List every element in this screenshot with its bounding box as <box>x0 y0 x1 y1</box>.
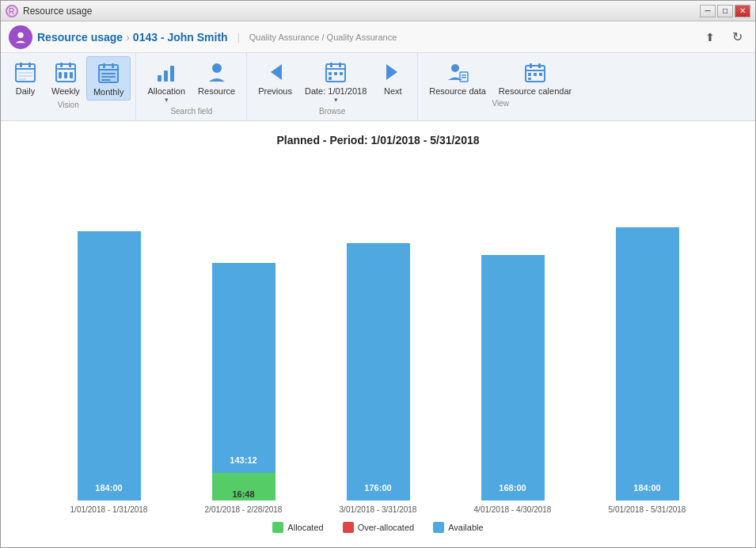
minimize-button[interactable]: ─ <box>700 5 716 17</box>
svg-rect-46 <box>538 63 541 68</box>
previous-icon <box>263 59 288 85</box>
resource-data-icon <box>445 59 470 85</box>
bar-date-label-3: 4/01/2018 - 4/30/2018 <box>474 505 552 514</box>
window-controls: ─ □ ✕ <box>700 5 750 17</box>
legend-allocated: Allocated <box>272 522 323 533</box>
svg-rect-31 <box>326 68 345 70</box>
scroll-up-button[interactable]: ⬆ <box>700 27 720 48</box>
allocation-icon <box>154 59 179 85</box>
svg-rect-20 <box>103 63 105 68</box>
date-button[interactable]: Date: 1/01/2018 ▾ <box>298 56 373 107</box>
svg-rect-45 <box>530 63 532 68</box>
green-bar-1: 16:48 <box>212 473 275 500</box>
resource-data-button[interactable]: Resource data <box>423 56 492 99</box>
svg-rect-19 <box>99 69 118 70</box>
svg-rect-7 <box>18 72 32 74</box>
refresh-button[interactable]: ↻ <box>727 27 747 48</box>
svg-rect-14 <box>59 72 62 78</box>
svg-rect-37 <box>329 77 332 80</box>
chart-title: Planned - Period: 1/01/2018 - 5/31/2018 <box>1 121 755 153</box>
bar-group-1: 143:1216:482/01/2018 - 2/28/2018 <box>192 207 295 514</box>
daily-icon <box>13 59 38 85</box>
bar-date-label-1: 2/01/2018 - 2/28/2018 <box>205 505 283 514</box>
maximize-button[interactable]: □ <box>717 5 733 17</box>
close-button[interactable]: ✕ <box>735 5 750 17</box>
breadcrumb-app[interactable]: Resource usage <box>37 31 123 44</box>
header-divider: | <box>237 32 240 43</box>
browse-items: Previous Date: 1/01/2018 ▾ Next <box>247 56 417 107</box>
toolbar: Daily Weekly Monthly Vision <box>1 53 755 121</box>
header-subpath: Quality Assurance / Quality Assurance <box>249 32 397 42</box>
bar-date-label-2: 3/01/2018 - 3/31/2018 <box>340 505 417 514</box>
breadcrumb: Resource usage › 0143 - John Smith <box>37 31 228 44</box>
svg-point-2 <box>17 32 23 37</box>
svg-rect-48 <box>534 73 537 76</box>
allocation-label: Allocation <box>147 86 185 96</box>
legend-over-allocated: Over-allocated <box>343 522 415 533</box>
legend-available: Available <box>433 522 483 533</box>
svg-rect-15 <box>64 72 67 78</box>
resource-data-label: Resource data <box>429 86 486 96</box>
bar-date-label-0: 1/01/2018 - 1/31/2018 <box>70 505 148 514</box>
resource-calendar-button[interactable]: Resource calendar <box>492 56 578 99</box>
svg-rect-32 <box>330 63 332 67</box>
daily-button[interactable]: Daily <box>6 56 45 99</box>
blue-bar-3: 168:00 <box>481 255 545 500</box>
bar-wrapper-2: 176:00 <box>347 207 410 500</box>
svg-marker-38 <box>386 64 397 80</box>
svg-rect-49 <box>539 73 542 76</box>
blue-bar-0: 184:00 <box>78 231 141 500</box>
blue-bar-4: 184:00 <box>616 227 679 500</box>
main-content: Planned - Period: 1/01/2018 - 5/31/2018 … <box>1 121 755 547</box>
svg-rect-13 <box>69 63 71 67</box>
date-icon <box>323 59 348 85</box>
allocation-button[interactable]: Allocation ▾ <box>141 56 192 107</box>
svg-rect-23 <box>101 76 116 78</box>
next-button[interactable]: Next <box>373 56 412 99</box>
previous-label: Previous <box>258 86 292 96</box>
bar-date-label-4: 5/01/2018 - 5/31/2018 <box>609 505 686 514</box>
blue-bar-label-3: 168:00 <box>481 483 545 493</box>
resource-calendar-label: Resource calendar <box>499 86 572 96</box>
next-icon <box>380 59 405 85</box>
search-group-label: Search field <box>164 107 218 116</box>
app-icon: R <box>6 5 18 17</box>
previous-button[interactable]: Previous <box>252 56 298 99</box>
bar-group-0: 184:001/01/2018 - 1/31/2018 <box>58 207 161 514</box>
svg-rect-26 <box>164 70 168 82</box>
breadcrumb-sep: › <box>126 31 130 44</box>
svg-rect-25 <box>158 75 161 82</box>
chart-legend: Allocated Over-allocated Available <box>25 514 731 539</box>
toolbar-group-view: Resource data Resource calendar View <box>418 53 583 120</box>
monthly-button[interactable]: Monthly <box>86 56 131 101</box>
svg-rect-36 <box>340 72 343 75</box>
browse-group-label: Browse <box>313 107 351 116</box>
blue-bar-label-2: 176:00 <box>347 483 410 493</box>
svg-rect-12 <box>60 63 63 67</box>
view-group-label: View <box>485 99 515 108</box>
weekly-button[interactable]: Weekly <box>45 56 86 99</box>
svg-rect-24 <box>101 79 111 81</box>
resource-button[interactable]: Resource <box>192 56 241 99</box>
legend-available-label: Available <box>448 523 483 532</box>
legend-allocated-label: Allocated <box>287 523 323 532</box>
blue-bar-label-1: 143:12 <box>212 455 275 465</box>
search-items: Allocation ▾ Resource <box>136 56 246 107</box>
breadcrumb-resource[interactable]: 0143 - John Smith <box>133 31 228 44</box>
svg-rect-40 <box>460 72 468 82</box>
toolbar-group-browse: Previous Date: 1/01/2018 ▾ Next Browse <box>247 53 418 120</box>
svg-rect-6 <box>28 63 31 67</box>
svg-rect-53 <box>433 522 444 533</box>
monthly-label: Monthly <box>93 87 124 97</box>
window-title: Resource usage <box>23 6 695 17</box>
vision-group-label: Vision <box>51 101 85 109</box>
bar-wrapper-4: 184:00 <box>616 207 679 500</box>
svg-marker-29 <box>271 64 282 80</box>
svg-rect-8 <box>18 75 32 77</box>
svg-rect-47 <box>528 73 531 76</box>
bar-wrapper-0: 184:00 <box>78 207 141 500</box>
svg-point-28 <box>212 63 222 73</box>
date-label: Date: 1/01/2018 <box>305 86 367 96</box>
blue-bar-2: 176:00 <box>347 243 410 500</box>
vision-items: Daily Weekly Monthly <box>1 56 135 101</box>
